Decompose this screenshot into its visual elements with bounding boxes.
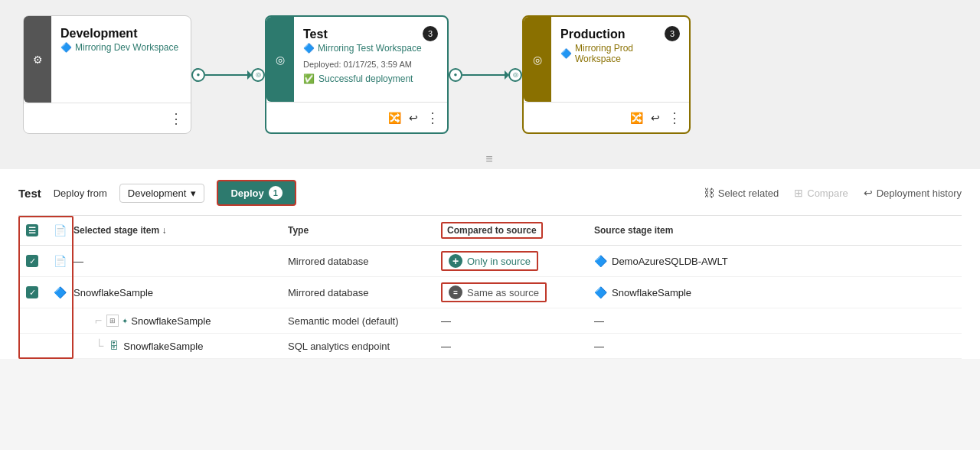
arrow-end-test: ◎: [251, 68, 265, 82]
arrow-end-prod: ◎: [508, 68, 522, 82]
select-related-icon: ⛓: [704, 187, 714, 199]
mirrored-icon-row2: 🔷: [54, 286, 67, 298]
row2-compare: = Same as source: [441, 282, 594, 302]
badge-test: 3: [423, 26, 438, 41]
table-header: ☰ 📄 Selected stage item ↓ Type Compared …: [18, 216, 962, 246]
more-options-dev[interactable]: ⋮: [169, 110, 183, 127]
deploy-icon-prod[interactable]: 🔀: [630, 112, 643, 124]
deploy-button[interactable]: Deploy 1: [217, 180, 296, 206]
history-icon: ↩: [864, 187, 873, 199]
deploy-from-label: Deploy from: [54, 188, 107, 199]
target-icon-test: ◎: [276, 54, 285, 66]
section-title: Test: [18, 187, 41, 200]
compare-icon: ⊞: [794, 187, 803, 199]
connector-dev-test: ● ◎: [191, 68, 265, 82]
header-source: Source stage item: [594, 225, 747, 236]
table-row: ⌐ ⊞ ✦ SnowflakeSample Semantic model (de…: [18, 308, 962, 334]
table-row: ✓ 🔷 SnowflakeSample Mirrored database = …: [18, 277, 962, 308]
row3-compare: —: [441, 315, 594, 327]
row3-type: Semantic model (default): [288, 315, 441, 327]
items-table: ☰ 📄 Selected stage item ↓ Type Compared …: [18, 216, 962, 359]
badge-production: 3: [665, 26, 680, 41]
history-icon-test[interactable]: ↩: [409, 112, 418, 124]
sql-icon-row4: 🗄: [108, 340, 120, 352]
bottom-section: Test Deploy from Development ▾ Deploy 1 …: [0, 169, 980, 359]
header-checkbox-col: ☰: [18, 224, 46, 236]
connector-test-prod: ● ◎: [449, 68, 522, 82]
deploy-icon-test[interactable]: 🔀: [388, 112, 401, 124]
row2-name: SnowflakeSample: [74, 287, 288, 298]
row2-type: Mirrored database: [288, 287, 441, 298]
tree-branch-icon-row4: └: [95, 339, 103, 353]
header-checkbox[interactable]: ☰: [26, 224, 38, 236]
row1-check-icon: ✓: [26, 255, 38, 267]
stage-bar-development: ⚙: [24, 16, 51, 103]
resize-dots-icon: ≡: [485, 152, 494, 166]
stage-card-test: 3 ◎ Test 🔷 Mirroring Test Workspace Depl…: [265, 15, 449, 134]
stage-bar-test: ◎: [266, 17, 294, 102]
chevron-down-icon: ▾: [191, 188, 196, 199]
doc-icon-row1: 📄: [54, 255, 67, 267]
stage-title-development: Development: [60, 27, 181, 41]
stage-title-production: Production: [560, 28, 680, 41]
semantic-icon-row3: ⊞: [106, 315, 119, 327]
deploy-count-badge: 1: [269, 186, 283, 200]
settings-icon: ⚙: [33, 54, 43, 66]
more-options-prod[interactable]: ⋮: [668, 109, 681, 126]
toolbar-right: ⛓ Select related ⊞ Compare ↩ Deployment …: [704, 187, 962, 199]
row4-type: SQL analytics endpoint: [288, 341, 441, 352]
header-type: Type: [288, 225, 441, 236]
row4-source: —: [594, 341, 747, 352]
success-badge-test: ✅ Successful deployment: [303, 73, 438, 84]
arrow-start-test: ●: [449, 68, 462, 82]
check-circle-icon: ✅: [303, 73, 315, 84]
row3-source: —: [594, 315, 747, 327]
arrow-line-test: [462, 74, 508, 76]
row2-icon: 🔷: [46, 286, 74, 298]
equal-circle-icon: =: [449, 285, 462, 299]
stage-card-production: 3 ◎ Production 🔷 Mirroring Prod Workspac…: [522, 15, 691, 134]
deploy-from-select[interactable]: Development ▾: [119, 184, 205, 203]
mirrored-icon-row1: 🔷: [594, 255, 607, 267]
stage-workspace-test: 🔷 Mirroring Test Workspace: [303, 43, 438, 54]
row4-name: └ 🗄 SnowflakeSample: [74, 339, 288, 353]
row2-checkbox[interactable]: ✓: [18, 286, 46, 298]
diamond-icon-dev: 🔷: [60, 42, 72, 53]
stage-workspace-development: 🔷 Mirroring Dev Workspace: [60, 42, 181, 53]
toolbar: Test Deploy from Development ▾ Deploy 1 …: [18, 180, 962, 216]
arrow-start-dev: ●: [191, 68, 205, 82]
resize-handle[interactable]: ≡: [0, 149, 980, 169]
row1-name: —: [74, 256, 288, 267]
stage-workspace-production: 🔷 Mirroring Prod Workspace: [560, 43, 680, 64]
row1-icon: 📄: [46, 255, 74, 267]
tree-branch-icon-row3: ⌐: [95, 314, 102, 328]
deployment-history-action[interactable]: ↩ Deployment history: [864, 187, 962, 199]
compare-action: ⊞ Compare: [794, 187, 848, 199]
row1-type: Mirrored database: [288, 256, 441, 267]
pipeline-section: ⚙ Development 🔷 Mirroring Dev Workspace …: [0, 0, 980, 149]
mirrored-icon-source-row2: 🔷: [594, 286, 607, 298]
asterisk-icon-row3: ✦: [122, 317, 128, 325]
row1-source: 🔷 DemoAzureSQLDB-AWLT: [594, 255, 747, 267]
stage-bar-production: ◎: [524, 17, 551, 102]
deploy-from-value: Development: [128, 188, 187, 199]
stage-card-development: ⚙ Development 🔷 Mirroring Dev Workspace …: [23, 15, 191, 134]
header-compared: Compared to source: [441, 222, 594, 239]
select-related-action[interactable]: ⛓ Select related: [704, 187, 779, 199]
arrow-line-dev: [205, 74, 251, 76]
row2-check-icon: ✓: [26, 286, 38, 298]
plus-circle-icon: +: [449, 254, 462, 268]
doc-icon-header: 📄: [54, 224, 67, 236]
row1-checkbox[interactable]: ✓: [18, 255, 46, 267]
row2-source: 🔷 SnowflakeSample: [594, 286, 747, 298]
diamond-icon-prod: 🔷: [560, 48, 572, 59]
history-icon-prod[interactable]: ↩: [651, 112, 660, 124]
row4-compare: —: [441, 341, 594, 352]
table-row: ✓ 📄 — Mirrored database + Only in source: [18, 246, 962, 277]
only-in-source-badge: + Only in source: [449, 254, 531, 268]
more-options-test[interactable]: ⋮: [426, 109, 439, 126]
header-icon-col: 📄: [46, 224, 74, 236]
table-row: └ 🗄 SnowflakeSample SQL analytics endpoi…: [18, 334, 962, 359]
row1-compare: + Only in source: [441, 251, 594, 271]
header-stage-item: Selected stage item ↓: [74, 225, 288, 236]
